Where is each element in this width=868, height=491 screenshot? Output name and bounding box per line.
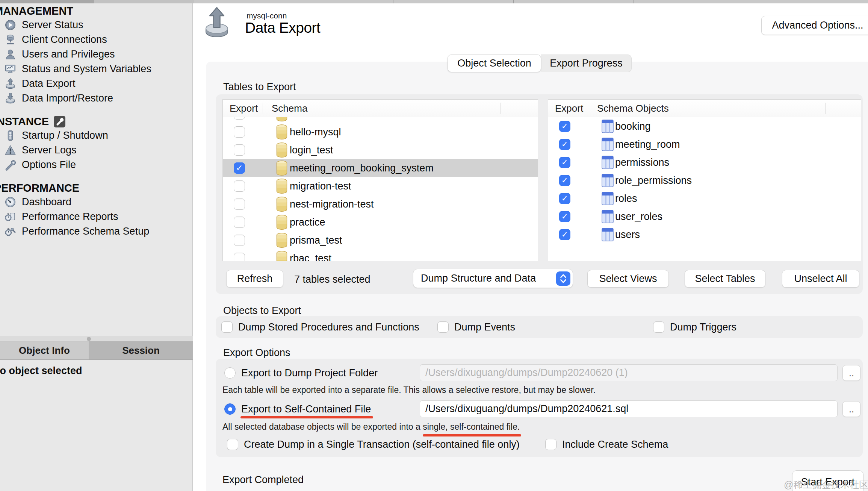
dump-folder-caption: Each table will be exported into a separ… — [222, 385, 596, 395]
self-contained-browse-button[interactable]: .. — [842, 401, 860, 417]
export-checkbox[interactable] — [234, 126, 245, 138]
export-status-text: Export Completed — [222, 474, 304, 486]
sidebar-item-performance-schema-setup[interactable]: Performance Schema Setup — [4, 224, 192, 239]
schema-object-row[interactable]: ✓roles — [548, 189, 861, 208]
export-checkbox[interactable] — [234, 253, 245, 261]
objects-to-export-label: Objects to Export — [223, 305, 301, 317]
dump-folder-browse-button[interactable]: .. — [842, 365, 860, 381]
single-transaction-option[interactable]: Create Dump in a Single Transaction (sel… — [227, 439, 520, 450]
column-separator[interactable] — [263, 103, 263, 114]
column-separator[interactable] — [587, 103, 587, 114]
dump-triggers-option[interactable]: Dump Triggers — [653, 321, 736, 333]
self-contained-caption: All selected database objects will be ex… — [222, 422, 520, 432]
export-checkbox[interactable]: ✓ — [559, 121, 570, 132]
schema-object-row[interactable]: ✓user_roles — [548, 208, 861, 226]
sidebar-item-server-logs[interactable]: Server Logs — [4, 143, 192, 158]
schema-row[interactable]: migration-test — [223, 177, 538, 195]
schema-row[interactable] — [223, 117, 538, 123]
schema-row[interactable]: practice — [223, 213, 538, 231]
watermark-text: @稀土掘金技术社区 — [784, 479, 868, 491]
navigator-sidebar: MANAGEMENTServer StatusClient Connection… — [0, 3, 193, 491]
strip-separator — [393, 0, 393, 3]
sidebar-item-status-variables[interactable]: Status and System Variables — [4, 62, 192, 76]
sidebar-bottom-tabs: Object Info Session — [0, 341, 193, 360]
sidebar-item-label: Data Export — [22, 78, 76, 89]
include-create-schema-option[interactable]: Include Create Schema — [545, 439, 668, 450]
schema-object-row[interactable]: ✓permissions — [548, 153, 861, 171]
sidebar-item-options-file[interactable]: Options File — [4, 158, 192, 172]
export-checkbox[interactable] — [234, 235, 245, 246]
export-options-label: Export Options — [223, 347, 290, 359]
select-views-button[interactable]: Select Views — [587, 270, 669, 288]
sidebar-item-users-privileges[interactable]: Users and Privileges — [4, 47, 192, 62]
export-dump-folder-option[interactable]: Export to Dump Project Folder — [224, 367, 378, 379]
dump-procedures-option[interactable]: Dump Stored Procedures and Functions — [221, 321, 419, 333]
dump-events-checkbox[interactable] — [437, 321, 449, 333]
connection-name: mysql-conn — [246, 11, 287, 20]
dump-procedures-checkbox[interactable] — [221, 321, 233, 333]
tab-object-selection[interactable]: Object Selection — [448, 55, 541, 72]
export-checkbox[interactable]: ✓ — [559, 193, 570, 204]
export-checkbox[interactable] — [234, 199, 245, 210]
column-separator[interactable] — [500, 103, 501, 114]
self-contained-path-input[interactable] — [420, 400, 838, 417]
sidebar-item-performance-reports[interactable]: Performance Reports — [4, 209, 192, 224]
schema-object-row[interactable]: ✓role_permissions — [548, 171, 861, 189]
sidebar-item-data-import[interactable]: Data Import/Restore — [4, 91, 192, 106]
sidebar-item-label: Options File — [22, 159, 76, 171]
schema-object-row[interactable]: ✓users — [548, 226, 861, 244]
export-checkbox[interactable]: ✓ — [559, 211, 570, 222]
tab-object-info[interactable]: Object Info — [0, 341, 89, 360]
dump-folder-path-input[interactable] — [420, 364, 838, 381]
schema-row-label: rbac_test — [290, 253, 331, 262]
export-self-contained-option[interactable]: Export to Self-Contained File — [224, 403, 371, 415]
export-checkbox[interactable] — [234, 217, 245, 228]
schema-object-row[interactable]: ✓booking — [548, 117, 861, 135]
export-checkbox[interactable]: ✓ — [559, 175, 570, 186]
sidebar-splitter[interactable] — [0, 336, 193, 341]
section-title: PERFORMANCE — [0, 181, 192, 195]
column-separator[interactable] — [825, 103, 826, 114]
dump-type-select[interactable]: Dump Structure and Data — [413, 269, 573, 288]
export-checkbox[interactable] — [234, 144, 245, 156]
sidebar-item-client-connections[interactable]: Client Connections — [4, 32, 192, 47]
schema-row[interactable]: login_test — [223, 141, 538, 159]
include-create-schema-checkbox[interactable] — [545, 439, 556, 450]
export-checkbox[interactable]: ✓ — [559, 157, 570, 168]
sidebar-item-label: Status and System Variables — [22, 63, 151, 75]
export-checkbox[interactable]: ✓ — [559, 139, 570, 150]
schema-row[interactable]: prisma_test — [223, 231, 538, 249]
tab-export-progress[interactable]: Export Progress — [541, 55, 632, 72]
schema-row[interactable]: hello-mysql — [223, 123, 538, 141]
schema-row[interactable]: nest-migration-test — [223, 195, 538, 213]
sidebar-item-dashboard[interactable]: Dashboard — [4, 195, 192, 209]
unselect-all-button[interactable]: Unselect All — [782, 270, 859, 288]
sidebar-item-data-export[interactable]: Data Export — [4, 76, 192, 91]
schema-object-row-label: meeting_room — [615, 139, 680, 150]
schema-row[interactable]: rbac_test — [223, 249, 538, 261]
export-checkbox[interactable] — [234, 180, 245, 192]
schema-row[interactable]: ✓meeting_room_booking_system — [223, 159, 538, 177]
dump-triggers-label: Dump Triggers — [670, 321, 736, 333]
refresh-button[interactable]: Refresh — [226, 270, 283, 288]
schema-col-schema: Schema — [272, 103, 307, 114]
export-checkbox[interactable]: ✓ — [559, 229, 570, 240]
schema-list-rows: hello-mysqllogin_test✓meeting_room_booki… — [223, 117, 538, 261]
export-checkbox[interactable] — [234, 117, 245, 120]
sidebar-item-server-status[interactable]: Server Status — [4, 18, 192, 32]
advanced-options-button[interactable]: Advanced Options... — [761, 16, 868, 35]
database-schema-icon — [275, 250, 289, 261]
tab-session[interactable]: Session — [89, 341, 193, 360]
self-contained-radio[interactable] — [224, 403, 236, 415]
sidebar-item-startup-shutdown[interactable]: Startup / Shutdown — [4, 128, 192, 143]
strip-separator — [838, 0, 838, 3]
select-tables-button[interactable]: Select Tables — [685, 270, 765, 288]
dump-events-option[interactable]: Dump Events — [437, 321, 515, 333]
dump-folder-radio[interactable] — [224, 367, 236, 379]
export-checkbox[interactable]: ✓ — [234, 162, 245, 174]
single-transaction-checkbox[interactable] — [227, 439, 238, 450]
dump-type-value: Dump Structure and Data — [421, 273, 536, 284]
schema-object-row[interactable]: ✓meeting_room — [548, 135, 861, 153]
dump-triggers-checkbox[interactable] — [653, 321, 664, 333]
dump-events-label: Dump Events — [454, 321, 515, 333]
